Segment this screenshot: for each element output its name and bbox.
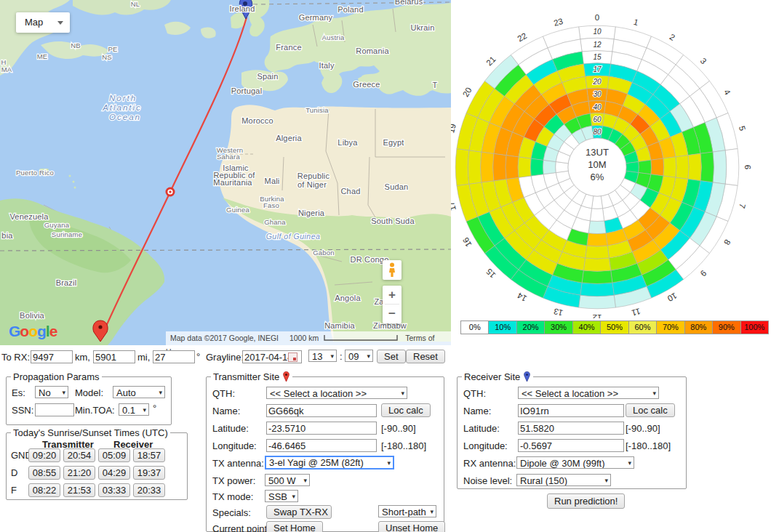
unset-home-button[interactable]: Unset Home: [378, 521, 445, 532]
wheel-cell[interactable]: [626, 162, 639, 173]
sun-row-label: D: [11, 467, 17, 478]
wheel-cell[interactable]: [481, 152, 494, 182]
tx-power-select[interactable]: 500 W: [265, 474, 310, 486]
set-button[interactable]: Set: [377, 350, 406, 363]
wheel-cell[interactable]: [590, 209, 604, 222]
map-label: Belarus: [395, 0, 423, 6]
wheel-cell[interactable]: [639, 160, 652, 174]
wheel-cell[interactable]: [583, 258, 610, 271]
sun-time-button[interactable]: 18:57: [133, 448, 165, 462]
wheel-cell[interactable]: [582, 270, 612, 283]
tx-name-input[interactable]: [266, 404, 377, 417]
sun-time-button[interactable]: 20:54: [63, 448, 95, 462]
tx-longitude-input[interactable]: [266, 439, 377, 452]
sun-time-button[interactable]: 03:33: [98, 483, 130, 497]
rx-latitude-input[interactable]: [518, 422, 624, 435]
legend-swatch: 60%: [629, 321, 657, 334]
wheel-cell[interactable]: [586, 246, 610, 259]
sun-time-button[interactable]: 08:22: [28, 483, 60, 497]
map-attribution: Map data ©2017 Google, INEGI: [170, 334, 279, 342]
midpoint-marker[interactable]: [166, 188, 175, 197]
map-label: of Niger: [297, 180, 327, 189]
bearing-unit-label: °: [196, 351, 200, 362]
sun-time-button[interactable]: 20:33: [133, 483, 165, 497]
wheel-cell[interactable]: [700, 152, 714, 182]
tx-latitude-input[interactable]: [266, 422, 377, 435]
sun-time-button[interactable]: 05:09: [98, 448, 130, 462]
map-type-dropdown[interactable]: Map: [16, 12, 70, 33]
legend-swatch: 40%: [573, 321, 601, 334]
rx-loc-calc-button[interactable]: Loc calc: [626, 403, 675, 417]
es-select[interactable]: No: [35, 386, 68, 398]
distance-mi-input[interactable]: [93, 350, 135, 363]
wheel-cell[interactable]: [725, 149, 739, 186]
reset-button[interactable]: Reset: [406, 350, 445, 363]
rx-qth-select[interactable]: << Select a location >>: [518, 387, 659, 399]
calendar-icon[interactable]: [288, 352, 297, 362]
google-logo-letter: g: [37, 323, 46, 339]
zoom-in-button[interactable]: +: [383, 286, 402, 304]
run-prediction-button[interactable]: Run prediction!: [547, 493, 625, 509]
wheel-cell[interactable]: [530, 158, 543, 176]
wheel-cell[interactable]: [587, 233, 607, 246]
wheel-cell[interactable]: [580, 283, 614, 297]
band-label: 20: [592, 78, 602, 86]
zoom-out-button[interactable]: −: [383, 305, 402, 323]
sun-time-button[interactable]: 08:55: [28, 466, 60, 480]
hour-label: 3: [698, 56, 708, 65]
wheel-cell[interactable]: [663, 157, 676, 177]
wheel-cell[interactable]: [506, 156, 519, 180]
wheel-cell[interactable]: [676, 156, 689, 180]
sun-time-button[interactable]: 21:53: [63, 483, 95, 497]
map-label: Republic: [297, 172, 330, 180]
sun-time-button[interactable]: 19:37: [133, 466, 165, 480]
tx-latitude-label: Latitude:: [212, 423, 249, 434]
grayline-minute-select[interactable]: 09: [345, 350, 373, 362]
world-map[interactable]: NLNBPEMENSHMAPuerto RicoNorthAtlanticOce…: [0, 0, 451, 345]
distance-km-input[interactable]: [31, 350, 73, 363]
wheel-cell[interactable]: [688, 153, 701, 180]
map-label: Venezuela: [9, 212, 49, 221]
prediction-wheel[interactable]: 13UT10M6%1012151720304060800123456789101…: [451, 0, 771, 318]
transmitter-site-title: Transmitter Site: [213, 371, 279, 382]
swap-tx-rx-button[interactable]: Swap TX-RX: [266, 505, 332, 519]
tx-qth-select[interactable]: << Select a location >>: [266, 387, 407, 399]
rx-antenna-select[interactable]: Dipole @ 30M (99ft): [516, 456, 634, 469]
tx-mode-select[interactable]: SSB: [265, 490, 298, 502]
wheel-center-label: 13UT: [586, 147, 609, 158]
map-label: Greece: [353, 80, 380, 89]
ssn-input[interactable]: [35, 403, 74, 416]
tx-loc-calc-button[interactable]: Loc calc: [381, 403, 431, 417]
tx-antenna-select[interactable]: 3-el Yagi @ 25M (82ft): [265, 456, 394, 469]
wheel-cell[interactable]: [455, 149, 469, 186]
wheel-cell[interactable]: [713, 150, 727, 184]
map-label: France: [276, 43, 301, 52]
set-home-button[interactable]: Set Home: [266, 521, 323, 532]
wheel-cell[interactable]: [588, 221, 606, 234]
wheel-cell[interactable]: [493, 153, 506, 180]
wheel-cell[interactable]: [543, 160, 556, 174]
min-toa-select[interactable]: 0.1: [119, 403, 149, 416]
path-type-select[interactable]: Short-path: [378, 505, 436, 517]
wheel-cell[interactable]: [651, 158, 664, 176]
sun-time-button[interactable]: 04:29: [98, 466, 130, 480]
pegman-button[interactable]: [383, 260, 402, 280]
wheel-cell[interactable]: [592, 196, 603, 209]
grayline-hour-select[interactable]: 13: [308, 350, 337, 362]
sun-time-button[interactable]: 21:20: [63, 466, 95, 480]
wheel-cell[interactable]: [579, 295, 616, 309]
bearing-input[interactable]: [153, 350, 195, 363]
wheel-cell[interactable]: [556, 162, 568, 173]
hour-label: 5: [738, 125, 747, 132]
rx-longitude-input[interactable]: [518, 439, 624, 452]
sun-time-button[interactable]: 09:20: [28, 448, 60, 462]
hour-label: 23: [553, 17, 564, 28]
google-logo[interactable]: Google: [9, 323, 57, 340]
noise-level-select[interactable]: Rural (150): [516, 474, 611, 486]
wheel-cell[interactable]: [518, 157, 531, 177]
map-zoom-control: + −: [383, 286, 402, 323]
model-select[interactable]: Auto: [113, 386, 165, 398]
to-rx-label: To RX:: [1, 352, 30, 363]
wheel-cell[interactable]: [468, 150, 482, 184]
rx-name-input[interactable]: [518, 404, 624, 417]
